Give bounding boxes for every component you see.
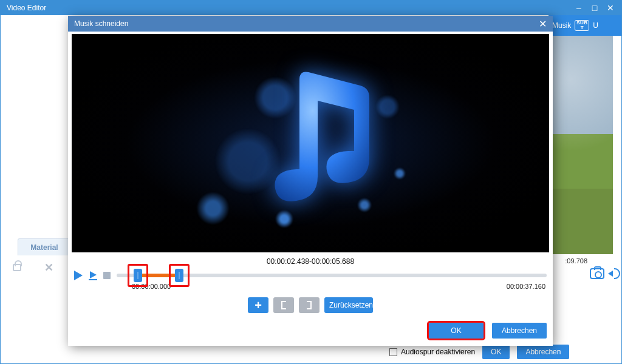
tool-u-fragment[interactable]: U bbox=[593, 21, 598, 30]
main-time-label: :09.708 bbox=[565, 257, 587, 265]
action-row: + Zurücksetzen bbox=[74, 297, 547, 313]
main-ok-button[interactable]: OK bbox=[482, 345, 510, 359]
modal-musik-schneiden: Musik schneiden ✕ bbox=[68, 16, 553, 346]
mark-out-button[interactable] bbox=[299, 297, 320, 313]
mark-in-button[interactable] bbox=[273, 297, 294, 313]
modal-cancel-button[interactable]: Abbrechen bbox=[492, 323, 547, 339]
lock-icon[interactable] bbox=[13, 264, 21, 271]
modal-preview bbox=[72, 34, 549, 252]
deactivate-audio-checkbox[interactable] bbox=[389, 348, 397, 356]
audio-placeholder-scene bbox=[72, 34, 549, 252]
add-segment-button[interactable]: + bbox=[248, 297, 268, 313]
main-preview-image bbox=[549, 36, 613, 254]
modal-ok-button[interactable]: OK bbox=[429, 323, 484, 339]
main-titlebar: Video Editor – □ ✕ bbox=[1, 1, 621, 15]
delete-track-icon[interactable]: ✕ bbox=[44, 261, 53, 274]
bokeh-circle bbox=[375, 95, 400, 119]
tool-subtitle[interactable]: SUB T bbox=[575, 20, 589, 31]
highlight-box-end bbox=[169, 264, 190, 287]
reset-button[interactable]: Zurücksetzen bbox=[324, 297, 373, 313]
trim-track[interactable] bbox=[117, 274, 547, 277]
play-button[interactable] bbox=[74, 271, 83, 280]
bracket-open-icon bbox=[281, 301, 286, 309]
snapshot-controls bbox=[590, 268, 620, 279]
maximize-button[interactable]: □ bbox=[587, 2, 602, 14]
tool-musik[interactable]: Musik bbox=[552, 21, 571, 30]
play-segment-icon bbox=[90, 271, 97, 278]
minimize-button[interactable]: – bbox=[572, 2, 586, 14]
stop-icon bbox=[103, 272, 111, 279]
play-icon bbox=[74, 271, 83, 280]
bracket-close-icon bbox=[307, 301, 312, 309]
camera-icon[interactable] bbox=[590, 268, 604, 279]
track-end-time: 00:00:37.160 bbox=[507, 283, 545, 290]
bokeh-circle bbox=[275, 210, 293, 228]
highlight-box-start bbox=[128, 264, 148, 287]
modal-footer: OK Abbrechen bbox=[74, 323, 547, 339]
modal-close-button[interactable]: ✕ bbox=[537, 18, 548, 29]
subtitle-icon: SUB T bbox=[575, 20, 589, 31]
speaker-icon[interactable] bbox=[608, 271, 613, 277]
main-cancel-button[interactable]: Abbrechen bbox=[517, 345, 569, 359]
musik-label: Musik bbox=[552, 21, 571, 30]
app-title: Video Editor bbox=[7, 4, 46, 12]
music-note-icon bbox=[263, 67, 378, 207]
track-header-row: ✕ bbox=[13, 260, 53, 275]
window-controls: – □ ✕ bbox=[572, 2, 618, 14]
transport-row bbox=[74, 271, 547, 280]
tab-material[interactable]: Material bbox=[18, 238, 71, 255]
modal-title: Musik schneiden bbox=[74, 19, 128, 28]
close-button[interactable]: ✕ bbox=[603, 2, 618, 14]
speaker-arc-icon bbox=[614, 268, 620, 279]
stop-button[interactable] bbox=[103, 272, 111, 279]
play-segment-button[interactable] bbox=[89, 271, 97, 280]
bokeh-circle bbox=[196, 192, 230, 225]
tab-material-label: Material bbox=[30, 243, 58, 252]
deactivate-audio-label: Audiospur deaktivieren bbox=[401, 348, 475, 356]
main-preview bbox=[549, 36, 613, 254]
modal-controls: 00:00:02.438-00:00:05.688 00:00:00.000 0… bbox=[68, 252, 553, 346]
main-toolstrip: Musik SUB T U bbox=[549, 15, 621, 36]
modal-titlebar: Musik schneiden ✕ bbox=[68, 16, 553, 32]
bokeh-circle bbox=[394, 167, 406, 180]
